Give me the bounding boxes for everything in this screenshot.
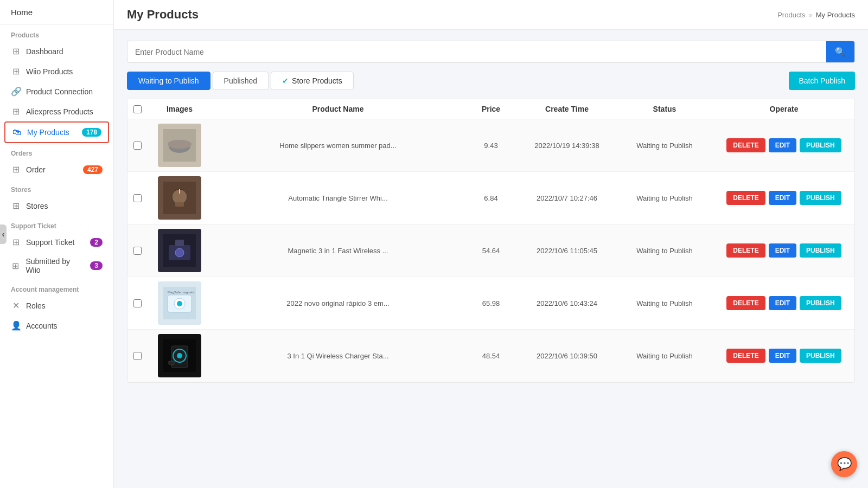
sidebar-item-product-connection[interactable]: 🔗 Product Connection xyxy=(0,81,113,101)
stores-icon: ⊞ xyxy=(11,201,21,211)
svg-point-2 xyxy=(168,140,192,149)
row-3-actions: DELETE EDIT PUBLISH xyxy=(713,239,854,262)
row-2-publish-button[interactable]: PUBLISH xyxy=(800,191,841,205)
row-4-checkbox[interactable] xyxy=(133,299,142,307)
table-row: Automatic Triangle Stirrer Whi... 6.84 2… xyxy=(127,172,854,224)
submitted-wiio-badge: 3 xyxy=(90,261,103,270)
select-all-checkbox[interactable] xyxy=(133,105,142,113)
row-5-edit-button[interactable]: EDIT xyxy=(769,349,796,363)
sidebar-collapse-arrow[interactable]: ‹ xyxy=(0,224,7,244)
sidebar-label-stores: Stores xyxy=(26,202,48,210)
row-4-delete-button[interactable]: DELETE xyxy=(726,296,765,310)
header-create-time: Create Time xyxy=(518,105,616,113)
search-input[interactable] xyxy=(127,42,826,62)
row-1-delete-button[interactable]: DELETE xyxy=(726,138,765,152)
svg-rect-20 xyxy=(169,361,174,364)
accounts-icon: 👤 xyxy=(11,320,21,331)
svg-point-19 xyxy=(177,353,182,358)
sidebar-item-wiio-products[interactable]: ⊞ Wiio Products xyxy=(0,61,113,81)
row-1-create-time: 2022/10/19 14:39:38 xyxy=(518,137,616,154)
row-2-edit-button[interactable]: EDIT xyxy=(769,191,796,205)
row-5-publish-button[interactable]: PUBLISH xyxy=(800,349,841,363)
row-3-status: Waiting to Publish xyxy=(616,242,713,259)
row-3-checkbox[interactable] xyxy=(133,247,142,255)
sidebar-label-accounts: Accounts xyxy=(26,322,58,330)
sidebar-label-my-products: My Products xyxy=(27,128,69,137)
row-1-actions: DELETE EDIT PUBLISH xyxy=(713,134,854,157)
row-2-name: Automatic Triangle Stirrer Whi... xyxy=(212,190,464,207)
sidebar-label-product-connection: Product Connection xyxy=(26,87,93,96)
batch-publish-button[interactable]: Batch Publish xyxy=(789,72,855,90)
sidebar-home[interactable]: Home xyxy=(0,0,113,25)
sidebar-item-submitted-by-wiio[interactable]: ⊞ Submitted by Wiio 3 xyxy=(0,252,113,279)
row-2-checkbox[interactable] xyxy=(133,194,142,202)
row-4-publish-button[interactable]: PUBLISH xyxy=(800,296,841,310)
sidebar-label-support-ticket: Support Ticket xyxy=(26,238,75,247)
row-1-checkbox[interactable] xyxy=(133,142,142,150)
search-bar: 🔍 xyxy=(127,41,855,63)
row-4-image: MagSafe magnetic xyxy=(147,277,212,329)
row-5-delete-button[interactable]: DELETE xyxy=(726,349,765,363)
row-5-create-time: 2022/10/6 10:39:50 xyxy=(518,348,616,364)
sidebar-item-aliexpress-products[interactable]: ⊞ Aliexpress Products xyxy=(0,101,113,121)
chat-widget-button[interactable]: 💬 xyxy=(831,451,857,477)
sidebar-section-account: Account management xyxy=(0,279,113,296)
sidebar-item-accounts[interactable]: 👤 Accounts xyxy=(0,316,113,336)
row-4-price: 65.98 xyxy=(464,295,518,312)
support-ticket-badge: 2 xyxy=(90,238,103,247)
roles-icon: ✕ xyxy=(11,300,21,311)
breadcrumb-root: Products xyxy=(777,11,805,19)
svg-rect-10 xyxy=(175,240,184,246)
row-4-edit-button[interactable]: EDIT xyxy=(769,296,796,310)
store-products-check-icon: ✔ xyxy=(282,76,289,85)
row-checkbox-2 xyxy=(127,190,147,207)
svg-point-9 xyxy=(175,248,184,257)
row-3-image xyxy=(147,224,212,277)
sidebar-item-order[interactable]: ⊞ Order 427 xyxy=(0,159,113,179)
tab-published[interactable]: Published xyxy=(213,72,269,90)
sidebar-item-my-products[interactable]: 🛍 My Products 178 xyxy=(4,121,109,143)
row-1-publish-button[interactable]: PUBLISH xyxy=(800,138,841,152)
sidebar-label-submitted-by-wiio: Submitted by Wiio xyxy=(25,257,85,274)
row-checkbox-1 xyxy=(127,137,147,154)
sidebar-label-order: Order xyxy=(26,165,46,174)
row-1-image xyxy=(147,119,212,171)
sidebar: ‹ Home Products ⊞ Dashboard ⊞ Wiio Produ… xyxy=(0,0,114,488)
row-3-price: 54.64 xyxy=(464,242,518,259)
row-5-checkbox[interactable] xyxy=(133,352,142,360)
header-price: Price xyxy=(464,105,518,113)
row-2-status: Waiting to Publish xyxy=(616,190,713,207)
row-4-status: Waiting to Publish xyxy=(616,295,713,312)
header-status: Status xyxy=(616,105,713,113)
row-5-image xyxy=(147,330,212,382)
table-row: MagSafe magnetic 2022 novo original rápi… xyxy=(127,277,854,330)
table-header: Images Product Name Price Create Time St… xyxy=(127,99,854,119)
row-3-publish-button[interactable]: PUBLISH xyxy=(800,243,841,258)
sidebar-item-dashboard[interactable]: ⊞ Dashboard xyxy=(0,41,113,61)
row-3-delete-button[interactable]: DELETE xyxy=(726,243,765,258)
row-3-edit-button[interactable]: EDIT xyxy=(769,243,796,258)
row-3-name: Magnetic 3 in 1 Fast Wireless ... xyxy=(212,242,464,259)
tab-store-products[interactable]: ✔ Store Products xyxy=(271,72,354,90)
wiio-products-icon: ⊞ xyxy=(11,66,21,76)
main-body: 🔍 Waiting to Publish Published ✔ Store P… xyxy=(114,30,868,488)
search-button[interactable]: 🔍 xyxy=(826,41,854,62)
sidebar-label-roles: Roles xyxy=(26,301,46,310)
row-checkbox-4 xyxy=(127,295,147,312)
aliexpress-products-icon: ⊞ xyxy=(11,106,21,117)
header-checkbox-cell xyxy=(127,105,147,113)
tabs-row: Waiting to Publish Published ✔ Store Pro… xyxy=(127,72,855,90)
table-row: 3 In 1 Qi Wireless Charger Sta... 48.54 … xyxy=(127,330,854,382)
row-3-create-time: 2022/10/6 11:05:45 xyxy=(518,242,616,259)
sidebar-item-roles[interactable]: ✕ Roles xyxy=(0,296,113,316)
row-1-edit-button[interactable]: EDIT xyxy=(769,138,796,152)
row-checkbox-5 xyxy=(127,348,147,364)
sidebar-item-stores[interactable]: ⊞ Stores xyxy=(0,196,113,216)
sidebar-item-support-ticket[interactable]: ⊞ Support Ticket 2 xyxy=(0,232,113,252)
svg-point-14 xyxy=(177,301,182,306)
row-2-price: 6.84 xyxy=(464,190,518,207)
row-2-delete-button[interactable]: DELETE xyxy=(726,191,765,205)
table-row: Magnetic 3 in 1 Fast Wireless ... 54.64 … xyxy=(127,224,854,277)
tab-waiting-to-publish[interactable]: Waiting to Publish xyxy=(127,72,210,90)
breadcrumb: Products » My Products xyxy=(777,11,855,19)
